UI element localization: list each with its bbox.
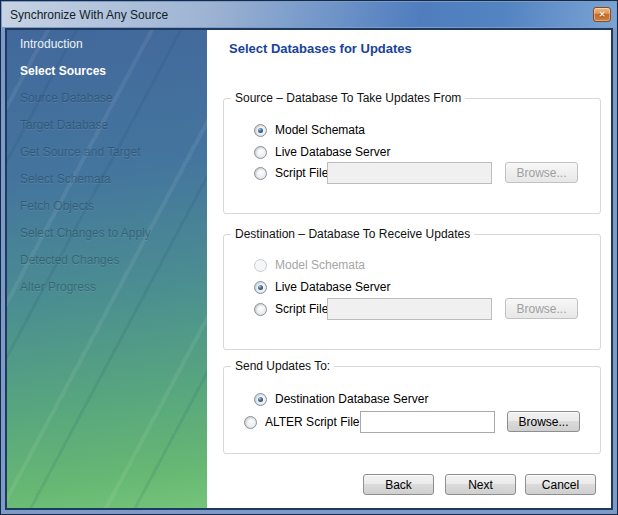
option-label: Live Database Server	[275, 145, 390, 159]
radio-source-live-database-server[interactable]	[254, 146, 267, 159]
step-alter-progress: Alter Progress	[7, 274, 207, 301]
source-group: Source – Database To Take Updates From M…	[223, 98, 601, 214]
radio-source-model-schemata[interactable]	[254, 124, 267, 137]
step-select-changes-to-apply: Select Changes to Apply	[7, 220, 207, 247]
client-area: Introduction Select Sources Source Datab…	[5, 28, 613, 510]
step-select-sources: Select Sources	[7, 58, 207, 85]
option-row: Destination Database Server	[254, 388, 428, 410]
option-row: Script File:	[254, 298, 332, 320]
option-row: Script File:	[254, 162, 332, 184]
option-row: Model Schemata	[254, 254, 365, 276]
back-button[interactable]: Back	[363, 474, 434, 495]
radio-destination-live-database-server[interactable]	[254, 281, 267, 294]
alter-browse-button[interactable]: Browse...	[507, 411, 580, 432]
step-source-database: Source Database	[7, 85, 207, 112]
step-get-source-and-target: Get Source and Target	[7, 139, 207, 166]
wizard-page: Select Databases for Updates Source – Da…	[207, 30, 611, 508]
wizard-steps-sidebar: Introduction Select Sources Source Datab…	[7, 30, 207, 508]
step-fetch-objects: Fetch Objects	[7, 193, 207, 220]
step-select-schemata: Select Schemata	[7, 166, 207, 193]
close-icon: ✕	[599, 11, 606, 19]
source-browse-button: Browse...	[505, 162, 578, 183]
option-row: Live Database Server	[254, 276, 390, 298]
option-label: Script File:	[275, 166, 332, 180]
window-title: Synchronize With Any Source	[10, 8, 168, 22]
option-label: Destination Database Server	[275, 392, 428, 406]
next-button[interactable]: Next	[445, 474, 516, 495]
page-title: Select Databases for Updates	[229, 41, 412, 56]
step-introduction: Introduction	[7, 31, 207, 58]
option-label: Live Database Server	[275, 280, 390, 294]
sync-wizard-dialog: Synchronize With Any Source ✕ Introducti…	[0, 0, 618, 515]
destination-group: Destination – Database To Receive Update…	[223, 234, 601, 350]
radio-destination-model-schemata	[254, 259, 267, 272]
option-label: Model Schemata	[275, 258, 365, 272]
step-target-database: Target Database	[7, 112, 207, 139]
radio-destination-database-server[interactable]	[254, 393, 267, 406]
titlebar: Synchronize With Any Source ✕	[2, 2, 616, 27]
alter-script-file-input[interactable]	[360, 411, 495, 433]
destination-group-title: Destination – Database To Receive Update…	[231, 227, 474, 241]
radio-source-script-file[interactable]	[254, 167, 267, 180]
option-row: Live Database Server	[254, 141, 390, 163]
option-row: ALTER Script File:	[244, 411, 363, 433]
source-script-file-input	[327, 162, 492, 184]
option-label: ALTER Script File:	[265, 415, 363, 429]
destination-browse-button: Browse...	[505, 298, 578, 319]
option-label: Model Schemata	[275, 123, 365, 137]
source-group-title: Source – Database To Take Updates From	[231, 91, 465, 105]
send-updates-group-title: Send Updates To:	[231, 359, 334, 373]
send-updates-group: Send Updates To: Destination Database Se…	[223, 366, 601, 454]
option-label: Script File:	[275, 302, 332, 316]
radio-alter-script-file[interactable]	[244, 416, 257, 429]
step-detected-changes: Detected Changes	[7, 247, 207, 274]
close-button[interactable]: ✕	[593, 7, 611, 22]
radio-destination-script-file[interactable]	[254, 303, 267, 316]
cancel-button[interactable]: Cancel	[525, 474, 596, 495]
option-row: Model Schemata	[254, 119, 365, 141]
destination-script-file-input	[327, 298, 492, 320]
